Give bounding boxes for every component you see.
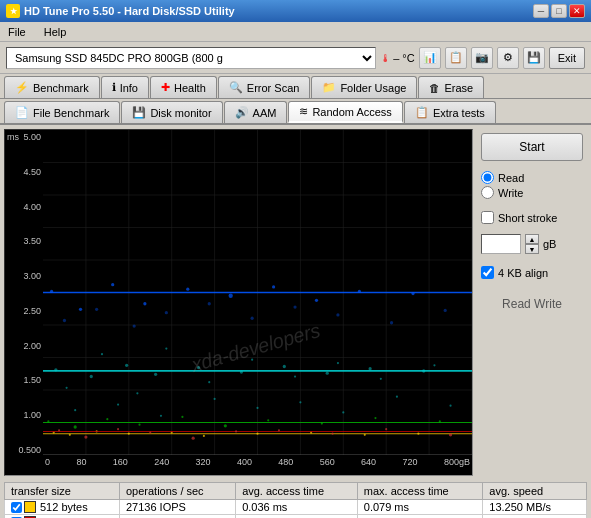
col-avg-speed: avg. speed xyxy=(483,483,587,500)
svg-point-39 xyxy=(385,428,387,430)
svg-point-58 xyxy=(229,294,233,298)
chart-x-labels: 0 80 160 240 320 400 480 560 640 720 800… xyxy=(43,455,472,475)
tabs-row-2: 📄 File Benchmark 💾 Disk monitor 🔊 AAM ≋ … xyxy=(0,99,591,125)
chart-area: xda-developers xyxy=(43,130,472,455)
svg-point-81 xyxy=(337,362,339,364)
svg-point-95 xyxy=(133,324,136,327)
data-table-container: transfer size operations / sec avg. acce… xyxy=(0,480,591,518)
start-button[interactable]: Start xyxy=(481,133,583,161)
svg-point-25 xyxy=(203,435,205,437)
svg-point-84 xyxy=(74,409,76,411)
menu-file[interactable]: File xyxy=(4,25,30,39)
toolbar-icon-1[interactable]: 📊 xyxy=(419,47,441,69)
gb-field[interactable]: 40 xyxy=(481,234,521,254)
chart-y-labels: 5.00 4.50 4.00 3.50 3.00 2.50 2.00 1.50 … xyxy=(5,130,43,455)
short-stroke-checkbox[interactable] xyxy=(481,211,494,224)
random-access-icon: ≋ xyxy=(299,105,308,118)
tab-health[interactable]: ✚ Health xyxy=(150,76,217,98)
svg-point-26 xyxy=(256,433,258,435)
svg-point-77 xyxy=(165,347,167,349)
svg-point-35 xyxy=(192,437,195,440)
toolbar-icon-4[interactable]: ⚙ xyxy=(497,47,519,69)
short-stroke-item[interactable]: Short stroke xyxy=(481,211,583,224)
error-scan-icon: 🔍 xyxy=(229,81,243,94)
toolbar-icon-2[interactable]: 📋 xyxy=(445,47,467,69)
svg-point-48 xyxy=(267,419,269,421)
svg-point-42 xyxy=(47,420,49,422)
cell-label: 512 bytes xyxy=(5,500,120,515)
close-button[interactable]: ✕ xyxy=(569,4,585,18)
write-radio-item[interactable]: Write xyxy=(481,186,583,199)
drive-selector[interactable]: Samsung SSD 845DC PRO 800GB (800 g xyxy=(6,47,376,69)
svg-point-90 xyxy=(342,411,344,413)
svg-point-37 xyxy=(278,429,280,431)
gb-input-group: 40 ▲ ▼ gB xyxy=(481,234,583,254)
write-radio[interactable] xyxy=(481,186,494,199)
svg-point-78 xyxy=(208,381,210,383)
svg-point-44 xyxy=(106,418,108,420)
cell-ops: 27136 IOPS xyxy=(119,500,235,515)
svg-point-53 xyxy=(50,290,53,293)
benchmark-icon: ⚡ xyxy=(15,81,29,94)
svg-point-55 xyxy=(111,283,114,286)
svg-point-65 xyxy=(90,375,93,378)
tab-file-benchmark[interactable]: 📄 File Benchmark xyxy=(4,101,120,123)
tabs-row-1: ⚡ Benchmark ℹ Info ✚ Health 🔍 Error Scan… xyxy=(0,74,591,99)
info-icon: ℹ xyxy=(112,81,116,94)
extra-tests-icon: 📋 xyxy=(415,106,429,119)
svg-point-40 xyxy=(449,433,452,436)
svg-point-64 xyxy=(54,368,57,371)
tab-disk-monitor[interactable]: 💾 Disk monitor xyxy=(121,101,222,123)
exit-button[interactable]: Exit xyxy=(549,47,585,69)
align-item[interactable]: 4 KB align xyxy=(481,266,583,279)
tab-erase[interactable]: 🗑 Erase xyxy=(418,76,484,98)
file-benchmark-icon: 📄 xyxy=(15,106,29,119)
col-max-access: max. access time xyxy=(357,483,483,500)
svg-point-93 xyxy=(63,319,66,322)
color-indicator xyxy=(24,501,36,513)
cell-avg-access: 0.036 ms xyxy=(236,500,358,515)
svg-point-97 xyxy=(208,302,211,305)
svg-point-69 xyxy=(240,370,243,373)
tab-benchmark[interactable]: ⚡ Benchmark xyxy=(4,76,100,98)
svg-point-61 xyxy=(358,290,361,293)
svg-point-73 xyxy=(422,369,425,372)
minimize-button[interactable]: ─ xyxy=(533,4,549,18)
svg-point-100 xyxy=(336,313,339,316)
tab-folder-usage[interactable]: 📁 Folder Usage xyxy=(311,76,417,98)
svg-point-74 xyxy=(66,387,68,389)
tab-extra-tests[interactable]: 📋 Extra tests xyxy=(404,101,496,123)
menu-help[interactable]: Help xyxy=(40,25,71,39)
row-checkbox-0[interactable] xyxy=(11,502,22,513)
tab-error-scan[interactable]: 🔍 Error Scan xyxy=(218,76,311,98)
maximize-button[interactable]: □ xyxy=(551,4,567,18)
tab-aam[interactable]: 🔊 AAM xyxy=(224,101,288,123)
toolbar-icon-save[interactable]: 💾 xyxy=(523,47,545,69)
read-radio[interactable] xyxy=(481,171,494,184)
cell-avg-speed: 85.731 MB/s xyxy=(483,515,587,519)
svg-point-43 xyxy=(74,425,77,428)
svg-point-34 xyxy=(149,431,151,433)
toolbar-icon-3[interactable]: 📷 xyxy=(471,47,493,69)
gb-up-button[interactable]: ▲ xyxy=(525,234,539,244)
tab-info[interactable]: ℹ Info xyxy=(101,76,149,98)
health-icon: ✚ xyxy=(161,81,170,94)
svg-point-91 xyxy=(396,396,398,398)
gb-down-button[interactable]: ▼ xyxy=(525,244,539,254)
svg-point-50 xyxy=(374,417,376,419)
toolbar: Samsung SSD 845DC PRO 800GB (800 g 🌡 – °… xyxy=(0,42,591,74)
cell-max-access: 0.610 ms xyxy=(357,515,483,519)
svg-point-54 xyxy=(79,308,82,311)
svg-point-29 xyxy=(417,433,419,435)
svg-point-96 xyxy=(165,311,168,314)
svg-point-98 xyxy=(251,317,254,320)
rw-display-label: Read Write xyxy=(481,297,583,311)
window-title: HD Tune Pro 5.50 - Hard Disk/SSD Utility xyxy=(24,5,235,17)
cell-avg-speed: 13.250 MB/s xyxy=(483,500,587,515)
read-radio-item[interactable]: Read xyxy=(481,171,583,184)
svg-point-67 xyxy=(154,373,157,376)
disk-monitor-icon: 💾 xyxy=(132,106,146,119)
gb-unit-label: gB xyxy=(543,238,556,250)
tab-random-access[interactable]: ≋ Random Access xyxy=(288,101,402,123)
align-checkbox[interactable] xyxy=(481,266,494,279)
